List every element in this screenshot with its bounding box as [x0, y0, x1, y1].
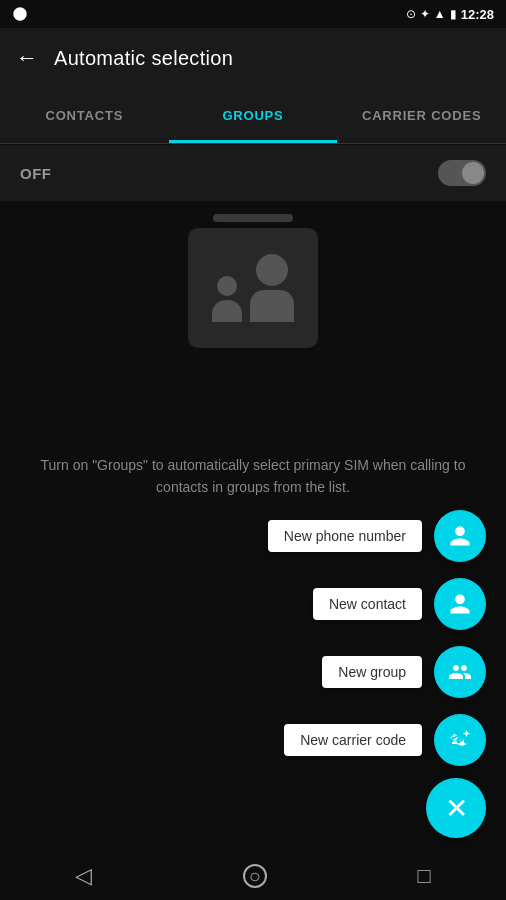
fab-row-phone: New phone number — [268, 510, 486, 562]
recents-nav-button[interactable]: □ — [417, 863, 430, 889]
new-carrier-code-label: New carrier code — [284, 724, 422, 756]
content-area: OFF Turn on "Groups — [0, 144, 506, 852]
help-text: Turn on "Groups" to automatically select… — [0, 454, 506, 499]
new-contact-label: New contact — [313, 588, 422, 620]
home-nav-button[interactable]: ○ — [243, 864, 267, 888]
status-time: 12:28 — [461, 7, 494, 22]
signal-icon: ▲ — [434, 7, 446, 21]
status-icons: ⊙ ✦ ▲ ▮ 12:28 — [406, 7, 494, 22]
bottom-nav: ◁ ○ □ — [0, 852, 506, 900]
off-toggle-row: OFF — [0, 145, 506, 201]
fab-row-carrier: New carrier code — [284, 714, 486, 766]
empty-illustration — [188, 214, 318, 348]
bluetooth-icon: ✦ — [420, 7, 430, 21]
tab-carrier-codes[interactable]: CARRIER CODES — [337, 88, 506, 143]
new-group-button[interactable] — [434, 646, 486, 698]
new-group-label: New group — [322, 656, 422, 688]
groups-toggle[interactable] — [438, 160, 486, 186]
new-phone-number-label: New phone number — [268, 520, 422, 552]
new-contact-button[interactable] — [434, 578, 486, 630]
back-nav-button[interactable]: ◁ — [75, 863, 92, 889]
tab-bar: CONTACTS GROUPS CARRIER CODES — [0, 88, 506, 144]
notification-icon — [12, 6, 28, 26]
off-label: OFF — [20, 165, 52, 182]
battery-icon: ▮ — [450, 7, 457, 21]
fab-row-contact: New contact — [313, 578, 486, 630]
toggle-knob — [462, 162, 484, 184]
tab-contacts[interactable]: CONTACTS — [0, 88, 169, 143]
fab-row-group: New group — [322, 646, 486, 698]
new-phone-number-button[interactable] — [434, 510, 486, 562]
app-bar: ← Automatic selection — [0, 28, 506, 88]
status-bar: ⊙ ✦ ▲ ▮ 12:28 — [0, 0, 506, 28]
tab-groups[interactable]: GROUPS — [169, 88, 338, 143]
new-carrier-code-button[interactable] — [434, 714, 486, 766]
close-icon: ✕ — [445, 792, 468, 825]
back-button[interactable]: ← — [16, 45, 38, 71]
target-icon: ⊙ — [406, 7, 416, 21]
main-fab-container: ✕ — [426, 778, 486, 838]
main-fab-button[interactable]: ✕ — [426, 778, 486, 838]
page-title: Automatic selection — [54, 47, 233, 70]
